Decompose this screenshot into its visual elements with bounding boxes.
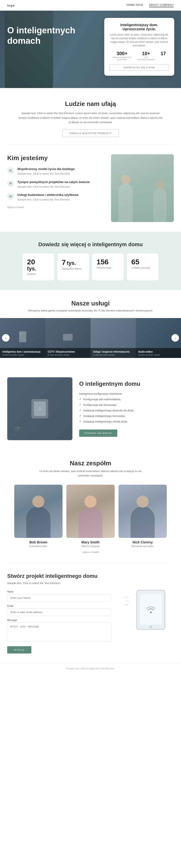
contact-form-container: Stwórz projekt inteligentnego domu Sampl… xyxy=(7,573,111,653)
smart-device-shape: ⌂ xyxy=(31,399,48,418)
message-textarea[interactable] xyxy=(7,622,111,642)
who-num-2: 02 xyxy=(7,180,14,187)
mary-name: Mary Smith xyxy=(66,540,115,544)
services-carousel: ‹ Inteligentny dom i automatyzacja Ut en… xyxy=(0,318,181,358)
team-card-mary: Mary Smith Główny księgowy xyxy=(66,485,115,548)
hero-card: Inteligentniejszy dom. Uproszczone życie… xyxy=(104,18,174,76)
service-icon-2 xyxy=(63,334,73,341)
stat-3-num: 156 xyxy=(97,258,119,266)
form-group-name: Name xyxy=(7,590,111,602)
mary-role: Główny księgowy xyxy=(66,545,115,548)
who-item-2: 02 Tysiące pomyślnych projektów na całym… xyxy=(7,180,104,189)
stat-lat-label: LATDOŚWIADCZENIA xyxy=(137,56,154,61)
team-photo-nick xyxy=(118,485,167,538)
service-title-1: Inteligentny dom i automatyzacja xyxy=(2,350,43,353)
smart-list-item-4: ✓Instalacja inteligentnego dzwonku do dr… xyxy=(79,407,174,413)
stat-1-unit: tys. xyxy=(27,266,50,272)
who-item-1: 01 Współczesny model życia dla każdego S… xyxy=(7,167,104,176)
illus-line-3 xyxy=(124,604,129,605)
email-input[interactable] xyxy=(7,608,111,616)
footer: Sample text. Click to select the Text El… xyxy=(0,663,181,674)
stat-1-label: Zadania xyxy=(27,273,50,276)
contact-hero-button[interactable]: SKONTAKTUJ SIĘ Z NAMI xyxy=(110,64,169,71)
contact-subtitle: Sample text. Click to select the Text El… xyxy=(7,581,111,586)
team-card-bob: Bob Brown Konsultant bilder xyxy=(14,485,63,548)
bob-head xyxy=(32,496,44,508)
stat-lat: 10+ LATDOŚWIADCZENIA xyxy=(137,51,154,61)
service-icon-1 xyxy=(19,331,26,342)
mary-head xyxy=(84,496,97,508)
tablet-home-button xyxy=(150,626,152,628)
stat-1-num: 20 xyxy=(27,258,50,266)
who-num-3: 03 xyxy=(7,193,14,200)
who-right xyxy=(111,154,174,222)
mary-body xyxy=(78,506,103,538)
smart-list-item-5: ✓Instalacja inteligentnego termostatu xyxy=(79,413,174,418)
name-input[interactable] xyxy=(7,594,111,602)
stat-card-1: 20 tys. Zadania xyxy=(23,253,54,280)
stat-elektrin: 300+ ZREALIZOWANYCHELEKTRIN xyxy=(112,51,132,61)
bob-body xyxy=(26,506,50,538)
who-item-3-content: Usługi budowlane i elektronika użytkowa … xyxy=(17,193,78,202)
hero-section: O inteligentnych domach Inteligentniejsz… xyxy=(0,11,181,88)
service-label-2: CCTV i Bezpieczeństwo Ut enim ad minim v… xyxy=(45,348,91,358)
nick-head xyxy=(137,496,149,508)
carousel-left-arrow[interactable]: ‹ xyxy=(2,334,10,342)
trusted-text: Sample text. Click to select the Text El… xyxy=(18,111,163,125)
smart-list-item-6: ✓Instalacja inteligentnego zamka drzwi xyxy=(79,418,174,424)
who-item-1-content: Współczesny model życia dla każdego Samp… xyxy=(17,167,75,176)
who-section: Kim jesteśmy 01 Współczesny model życia … xyxy=(0,145,181,232)
service-label-3: Usługi i wsparcie informatyczne Ut enim … xyxy=(90,348,136,358)
smart-section: ⌂ ☞ O inteligentnym domu Inteligentna ko… xyxy=(0,368,181,450)
photo-person-1 xyxy=(118,183,133,222)
services-section: Nasze usługi Oferujemy pełną gamę rozwią… xyxy=(0,290,181,368)
team-grid: Bob Brown Konsultant bilder Mary Smith G… xyxy=(7,485,174,548)
stat-elektrin-num: 300+ xyxy=(112,51,132,56)
stat-uslug-num: 17 xyxy=(160,51,166,56)
carousel-right-arrow[interactable]: › xyxy=(171,334,179,342)
stat-4-num: 65 xyxy=(131,258,154,266)
stats-section: Dowiedz się więcej o inteligentnym domu … xyxy=(0,232,181,290)
main-nav: HOME PAGE ABOUT COMPANY xyxy=(126,3,174,7)
who-item-1-text: Sample text. Click to select the Text El… xyxy=(17,172,75,176)
service-text-4: Ut enim ad minim veniam xyxy=(138,354,179,356)
photo-person-head-2 xyxy=(155,181,164,189)
smart-list-item-2: ✓Konfiguracja sali multimedialnej xyxy=(79,396,174,402)
who-photo-credit: Zdjęcie z Freepik xyxy=(7,206,104,209)
stat-card-4: 65 Unikalne pomysły xyxy=(127,253,158,280)
stat-card-3: 156 Filiżanki kawy xyxy=(92,253,123,280)
logo: logo xyxy=(7,4,15,7)
trusted-title: Ludzie nam ufają xyxy=(7,100,174,107)
learn-more-button[interactable]: DOWIEDZ SIĘ WIĘCEJ xyxy=(79,430,117,437)
stat-elektrin-label: ZREALIZOWANYCHELEKTRIN xyxy=(112,56,132,61)
team-photo-credit: Zdjęcia z Freepik xyxy=(7,551,174,553)
contact-section: Stwórz projekt inteligentnego domu Sampl… xyxy=(0,563,181,663)
services-subtitle: Oferujemy pełną gamę rozwiązań automatyk… xyxy=(0,309,181,313)
stat-card-2: 7 tys. Zadowoleni klienci xyxy=(58,253,89,280)
submit-button[interactable]: WYŚLAĆ xyxy=(7,646,31,653)
smart-photo: ⌂ ☞ xyxy=(7,377,72,440)
form-group-message: Message xyxy=(7,619,111,643)
nav-home[interactable]: HOME PAGE xyxy=(126,3,143,7)
contact-title: Stwórz projekt inteligentnego domu xyxy=(7,573,111,579)
smart-device-screen: ⌂ xyxy=(34,401,46,416)
who-photo xyxy=(111,154,174,222)
service-title-3: Usługi i wsparcie informatyczne xyxy=(93,350,134,353)
stat-2-number: 7 xyxy=(62,258,66,267)
who-title: Kim jesteśmy xyxy=(7,154,104,162)
smart-list-item-3: ✓Konfiguracja sali domowego xyxy=(79,402,174,407)
who-item-3-text: Sample text. Click to select the Text El… xyxy=(17,197,78,202)
illus-line-2 xyxy=(125,601,129,601)
who-num-1: 01 xyxy=(7,167,14,174)
who-item-2-title: Tysiące pomyślnych projektów na całym św… xyxy=(17,180,90,184)
header: logo HOME PAGE ABOUT COMPANY xyxy=(0,0,181,11)
illus-line-1 xyxy=(124,597,129,598)
service-text-3: Ut enim ad minim veniam xyxy=(93,354,134,356)
team-section: Nasz zespółm Ut enim ad minim veniam, qu… xyxy=(0,450,181,563)
team-card-nick: Nick Ciemny Kierownik sprzedaży xyxy=(118,485,167,548)
tablet-illustration xyxy=(124,587,168,636)
smart-content: O inteligentnym domu Inteligentna konfig… xyxy=(79,380,174,437)
nav-about[interactable]: ABOUT COMPANY xyxy=(149,3,174,7)
bob-role: Konsultant bilder xyxy=(14,545,63,548)
see-all-products-button[interactable]: ZOBACAZ WSZYSTKIE PRODUKTY xyxy=(62,129,119,137)
